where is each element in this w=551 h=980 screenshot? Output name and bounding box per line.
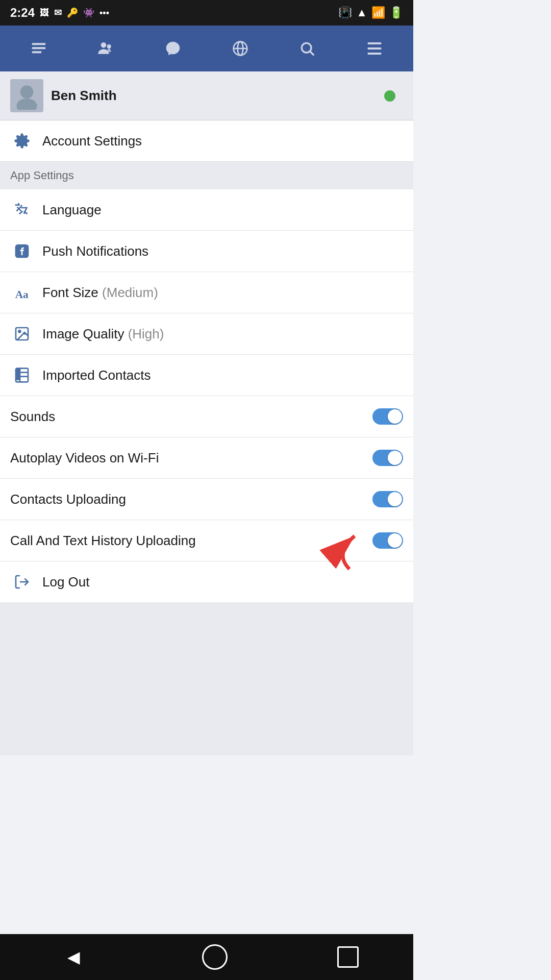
footer-background	[0, 602, 413, 755]
battery-icon: 🔋	[389, 6, 403, 19]
status-time: 2:24	[10, 6, 35, 20]
status-left: 2:24 🖼 ✉ 🔑 👾 •••	[10, 6, 109, 20]
account-settings-item[interactable]: Account Settings	[0, 120, 413, 161]
language-item[interactable]: Language	[0, 189, 413, 231]
nav-globe-icon[interactable]	[224, 35, 256, 62]
contacts-uploading-toggle[interactable]	[372, 491, 403, 507]
nav-friends-icon[interactable]	[90, 35, 121, 62]
call-text-history-toggle[interactable]	[372, 532, 403, 549]
recents-button[interactable]	[337, 946, 359, 968]
gmail-icon: ✉	[54, 7, 62, 18]
bottom-nav: ◀	[0, 934, 413, 980]
svg-point-23	[17, 370, 19, 372]
logout-item[interactable]: Log Out	[0, 561, 413, 602]
language-icon	[10, 202, 33, 218]
imported-contacts-label: Imported Contacts	[42, 368, 403, 383]
svg-line-9	[310, 52, 314, 55]
svg-point-18	[18, 330, 20, 332]
nav-bar	[0, 26, 413, 71]
nav-messenger-icon[interactable]	[157, 35, 189, 62]
avatar	[10, 79, 43, 112]
contacts-uploading-toggle-row[interactable]: Contacts Uploading	[0, 479, 413, 520]
call-text-history-toggle-row[interactable]: Call And Text History Uploading	[0, 520, 413, 561]
online-indicator	[384, 90, 395, 102]
logout-icon	[10, 574, 33, 590]
svg-point-14	[16, 99, 37, 110]
gear-icon	[10, 133, 33, 149]
wifi-icon: ▲	[356, 6, 367, 19]
svg-rect-1	[32, 47, 45, 49]
svg-point-24	[17, 374, 19, 376]
svg-point-13	[20, 85, 34, 99]
nav-search-icon[interactable]	[291, 35, 323, 62]
push-notifications-item[interactable]: Push Notifications	[0, 231, 413, 272]
font-size-icon: Aa	[10, 284, 33, 301]
nav-home-icon[interactable]	[23, 35, 55, 62]
status-right: 📳 ▲ 📶 🔋	[338, 6, 403, 19]
app-settings-divider: App Settings	[0, 161, 413, 189]
sounds-toggle[interactable]	[372, 408, 403, 425]
svg-point-8	[302, 43, 312, 53]
imported-contacts-icon	[10, 367, 33, 383]
font-size-label: Font Size (Medium)	[42, 285, 403, 301]
profile-name: Ben Smith	[51, 88, 117, 104]
svg-text:Aa: Aa	[15, 288, 28, 301]
sounds-toggle-row[interactable]: Sounds	[0, 396, 413, 437]
imported-contacts-item[interactable]: Imported Contacts	[0, 355, 413, 396]
app-settings-list: Language Push Notifications Aa Font Size…	[0, 189, 413, 602]
reddit-icon: 👾	[83, 7, 94, 18]
logout-label: Log Out	[42, 574, 403, 590]
svg-point-3	[101, 42, 107, 48]
nav-menu-icon[interactable]	[359, 35, 390, 62]
image-quality-icon	[10, 326, 33, 342]
svg-rect-11	[368, 47, 382, 50]
svg-rect-0	[32, 43, 45, 45]
autoplay-videos-toggle-row[interactable]: Autoplay Videos on Wi-Fi	[0, 437, 413, 479]
svg-rect-10	[368, 42, 382, 44]
profile-row[interactable]: Ben Smith	[0, 71, 413, 120]
key-icon: 🔑	[67, 7, 78, 18]
language-label: Language	[42, 202, 403, 218]
photo-icon: 🖼	[40, 8, 49, 18]
home-button[interactable]	[202, 944, 228, 970]
svg-point-25	[17, 378, 19, 380]
font-size-item[interactable]: Aa Font Size (Medium)	[0, 272, 413, 313]
account-settings-section: Account Settings	[0, 120, 413, 161]
autoplay-videos-label: Autoplay Videos on Wi-Fi	[10, 450, 372, 466]
autoplay-videos-toggle[interactable]	[372, 450, 403, 466]
svg-rect-2	[32, 51, 41, 53]
signal-icon: 📶	[371, 6, 385, 19]
account-settings-label: Account Settings	[42, 133, 403, 149]
contacts-uploading-label: Contacts Uploading	[10, 492, 372, 507]
call-text-history-label: Call And Text History Uploading	[10, 533, 372, 549]
status-bar: 2:24 🖼 ✉ 🔑 👾 ••• 📳 ▲ 📶 🔋	[0, 0, 413, 26]
facebook-icon	[10, 243, 33, 259]
back-button[interactable]: ◀	[55, 940, 93, 974]
profile-left: Ben Smith	[10, 79, 117, 112]
push-notifications-label: Push Notifications	[42, 243, 403, 259]
svg-point-4	[107, 44, 111, 48]
sounds-label: Sounds	[10, 409, 372, 425]
image-quality-label: Image Quality (High)	[42, 326, 403, 342]
more-icon: •••	[99, 8, 109, 18]
svg-rect-12	[368, 53, 382, 55]
vibrate-icon: 📳	[338, 6, 352, 19]
image-quality-item[interactable]: Image Quality (High)	[0, 313, 413, 355]
